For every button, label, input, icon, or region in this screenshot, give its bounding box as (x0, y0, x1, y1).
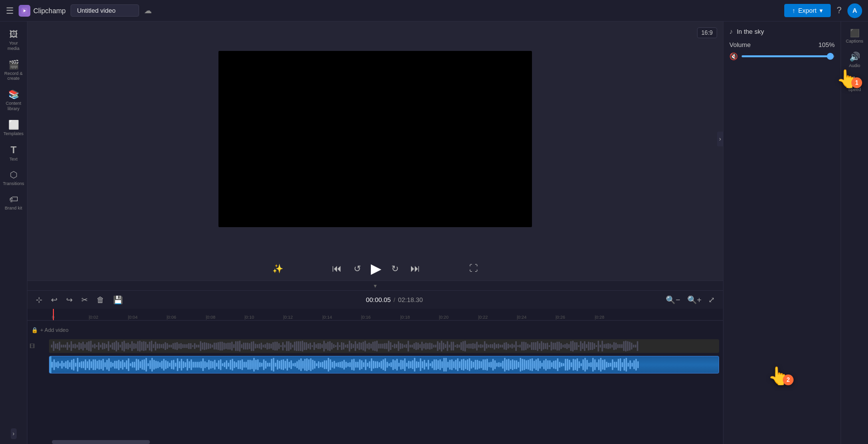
ruler-mark-6: |0:06 (167, 315, 176, 320)
sidebar-item-label-record-create: Record &create (4, 71, 23, 82)
audio-track-content[interactable]: for(let i=0;i<300;i++){ const h = 6 + Ma… (49, 356, 719, 374)
captions-icon: ⬛ (850, 28, 860, 38)
export-label: Export (798, 7, 817, 14)
current-time: 00:00.05 (366, 296, 391, 304)
brand: Clipchamp (19, 5, 66, 17)
fullscreen-button[interactable]: ⛶ (469, 263, 478, 274)
redo-button[interactable]: ↪ (64, 294, 75, 306)
expand-panel-button[interactable]: › (717, 132, 723, 146)
timeline-ruler: 0 |0:02 |0:04 |0:06 |0:08 |0:10 |0:12 |0… (27, 309, 723, 321)
ruler-mark-14: |0:14 (322, 315, 332, 320)
ruler-mark-2: |0:02 (89, 315, 98, 320)
zoom-out-button[interactable]: 🔍− (663, 294, 682, 306)
audio-waveform: for(let i=0;i<300;i++){ const h = 6 + Ma… (49, 356, 719, 373)
strip-item-audio[interactable]: 🔊 Audio (843, 48, 867, 71)
video-canvas (218, 51, 532, 227)
audio-track-row: for(let i=0;i<300;i++){ const h = 6 + Ma… (27, 355, 723, 374)
rewind-button[interactable]: ↺ (352, 261, 363, 276)
topbar-left: ☰ Clipchamp Untitled video ☁ (6, 4, 780, 17)
cut-button[interactable]: ✂ (79, 294, 90, 306)
topbar: ☰ Clipchamp Untitled video ☁ ↑ Export ▾ … (0, 0, 868, 22)
sidebar-item-label-text: Text (9, 157, 18, 162)
sidebar-item-text[interactable]: T Text (1, 141, 26, 165)
play-button[interactable]: ▶ (371, 260, 382, 277)
track-title-text: In the sky (737, 28, 764, 35)
volume-header: Volume 105% (729, 41, 835, 48)
volume-fill (742, 55, 830, 57)
timeline-scrollbar-thumb[interactable] (52, 440, 150, 444)
time-separator: / (393, 296, 395, 304)
right-panel-content: ♪ In the sky Volume 105% 🔇 (723, 22, 841, 444)
sidebar-collapse-button[interactable]: › (11, 428, 17, 439)
fit-timeline-button[interactable]: ⤢ (706, 294, 717, 306)
ruler-mark-20: |0:20 (439, 315, 449, 320)
export-button[interactable]: ↑ Export ▾ (784, 4, 831, 17)
video-title[interactable]: Untitled video (71, 4, 139, 17)
video-track-icon: 🎞 (29, 343, 35, 349)
volume-slider[interactable] (742, 55, 835, 57)
sidebar-item-record-create[interactable]: 🎬 Record &create (1, 56, 26, 85)
video-track-content[interactable]: // Generate waveform bars inline for(let… (49, 339, 719, 353)
templates-icon: ⬜ (8, 119, 19, 130)
ruler-mark-28: |0:28 (595, 315, 604, 320)
skip-forward-button[interactable]: ⏭ (409, 261, 422, 276)
ruler-mark-12: |0:12 (283, 315, 293, 320)
sidebar-item-transitions[interactable]: ⬡ Transitions (1, 166, 26, 189)
help-icon[interactable]: ? (837, 5, 842, 16)
volume-slider-row: 🔇 (729, 52, 835, 60)
topbar-right: ↑ Export ▾ ? A (784, 3, 862, 18)
export-upload-icon: ↑ (792, 7, 796, 14)
video-waveform: // Generate waveform bars inline for(let… (49, 339, 719, 353)
speed-icon: ⏱ (850, 76, 859, 86)
volume-value: 105% (819, 41, 835, 48)
menu-icon[interactable]: ☰ (6, 5, 14, 16)
select-tool-button[interactable]: ⊹ (33, 294, 45, 306)
transitions-icon: ⬡ (10, 169, 18, 180)
content-library-icon: 📚 (8, 89, 19, 100)
sidebar-item-templates[interactable]: ⬜ Templates (1, 117, 26, 140)
ruler-mark-18: |0:18 (400, 315, 410, 320)
audio-label: Audio (849, 63, 860, 68)
captions-label: Captions (846, 39, 864, 44)
total-time: 02:18.30 (398, 296, 423, 304)
playhead (53, 309, 54, 320)
ruler-mark-16: |0:16 (361, 315, 371, 320)
undo-button[interactable]: ↩ (48, 294, 60, 306)
zoom-controls: 🔍− 🔍+ ⤢ (663, 294, 717, 306)
add-video-button[interactable]: + Add video (40, 327, 69, 333)
timeline-tracks: 🔒 + Add video 🎞 // Generate waveform bar… (27, 321, 723, 440)
sidebar-item-your-media[interactable]: 🖼 Your media (1, 26, 26, 54)
record-create-icon: 🎬 (8, 59, 19, 70)
strip-item-captions[interactable]: ⬛ Captions (843, 25, 867, 47)
timeline-collapse-icon: ▾ (374, 282, 377, 289)
aspect-ratio-badge[interactable]: 16:9 (697, 27, 717, 38)
timeline-area: ⊹ ↩ ↪ ✂ 🗑 💾 00:00.05 / 02:18.30 🔍− 🔍+ ⤢ (27, 290, 723, 444)
speed-label: Speed (848, 87, 861, 92)
avatar[interactable]: A (847, 3, 862, 18)
save-status-icon: ☁ (144, 6, 152, 15)
sidebar-item-brand-kit[interactable]: 🏷 Brand kit (1, 191, 26, 214)
zoom-in-button[interactable]: 🔍+ (685, 294, 704, 306)
sidebar-item-label-your-media: Your media (3, 41, 24, 51)
track-lock-icon: 🔒 (31, 327, 38, 333)
strip-item-speed[interactable]: ⏱ Speed (843, 73, 867, 95)
skip-back-button[interactable]: ⏮ (330, 261, 344, 276)
music-icon: ♪ (729, 27, 733, 35)
sidebar-item-content-library[interactable]: 📚 Contentlibrary (1, 86, 26, 115)
forward-button[interactable]: ↻ (389, 261, 401, 276)
time-display: 00:00.05 / 02:18.30 (366, 296, 423, 304)
playback-controls: ✨ ⏮ ↺ ▶ ↻ ⏭ ⛶ (27, 257, 723, 280)
video-track-row: 🎞 // Generate waveform bars inline for(l… (27, 337, 723, 355)
ruler-mark-10: |0:10 (244, 315, 254, 320)
timeline-collapse-bar[interactable]: ▾ (27, 280, 723, 290)
save-frame-button[interactable]: 💾 (111, 294, 125, 306)
empty-track-space (27, 374, 723, 404)
export-chevron-icon: ▾ (820, 7, 823, 14)
magic-edit-button[interactable]: ✨ (272, 263, 283, 274)
brand-logo (19, 5, 30, 17)
ruler-mark-8: |0:08 (206, 315, 216, 320)
audio-icon: 🔊 (849, 51, 860, 62)
delete-button[interactable]: 🗑 (94, 294, 107, 306)
volume-thumb (827, 53, 834, 60)
left-sidebar: 🖼 Your media 🎬 Record &create 📚 Contentl… (0, 22, 27, 444)
